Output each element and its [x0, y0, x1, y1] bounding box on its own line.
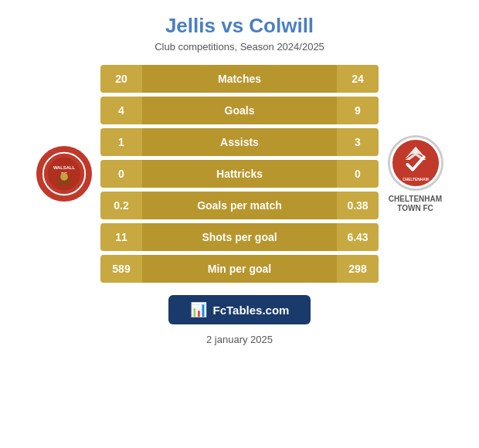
stat-label: Shots per goal [142, 223, 337, 251]
stat-right-value: 0 [337, 168, 379, 180]
team-left-logo: WALSALL FC [27, 146, 100, 202]
stat-row: 20Matches24 [100, 65, 379, 93]
stat-left-value: 20 [100, 73, 142, 85]
stat-row: 0Hattricks0 [100, 160, 379, 188]
stats-table: 20Matches244Goals91Assists30Hattricks00.… [100, 65, 379, 283]
stat-label: Assists [142, 128, 337, 156]
svg-point-7 [60, 173, 68, 181]
cheltenham-badge: CHELTENHAM [388, 135, 443, 191]
stat-label: Goals per match [142, 192, 337, 219]
svg-point-12 [406, 153, 425, 172]
stat-right-value: 3 [337, 136, 379, 148]
stat-row: 589Min per goal298 [100, 255, 379, 283]
cheltenham-name-label: CHELTENHAMTOWN FC [389, 195, 442, 213]
stat-left-value: 1 [100, 136, 142, 148]
stat-left-value: 11 [100, 231, 142, 243]
stat-row: 1Assists3 [100, 128, 379, 156]
stat-label: Matches [142, 65, 337, 93]
stat-label: Min per goal [142, 255, 337, 283]
stat-row: 4Goals9 [100, 97, 379, 124]
team-right-logo: CHELTENHAM CHELTENHAMTOWN FC [379, 135, 452, 213]
fctables-banner[interactable]: 📊 FcTables.com [168, 295, 311, 324]
stat-row: 11Shots per goal6.43 [100, 223, 379, 251]
svg-text:CHELTENHAM: CHELTENHAM [403, 178, 429, 182]
stat-right-value: 9 [337, 104, 379, 117]
stat-right-value: 0.38 [337, 199, 379, 212]
stat-left-value: 4 [100, 104, 142, 117]
page-title: Jellis vs Colwill [165, 14, 314, 38]
stat-row: 0.2Goals per match0.38 [100, 192, 379, 219]
stat-label: Goals [142, 97, 337, 124]
stat-left-value: 589 [100, 263, 142, 275]
chart-icon: 📊 [190, 301, 207, 318]
walsall-badge: WALSALL FC [36, 146, 92, 202]
stat-right-value: 24 [337, 73, 379, 85]
stat-right-value: 6.43 [337, 231, 379, 243]
stat-left-value: 0.2 [100, 199, 142, 212]
fctables-text: FcTables.com [213, 304, 290, 317]
stat-right-value: 298 [337, 263, 379, 275]
stat-left-value: 0 [100, 168, 142, 180]
stat-label: Hattricks [142, 160, 337, 188]
match-date: 2 january 2025 [206, 334, 273, 345]
svg-text:WALSALL: WALSALL [53, 165, 75, 170]
page-subtitle: Club competitions, Season 2024/2025 [155, 41, 324, 53]
